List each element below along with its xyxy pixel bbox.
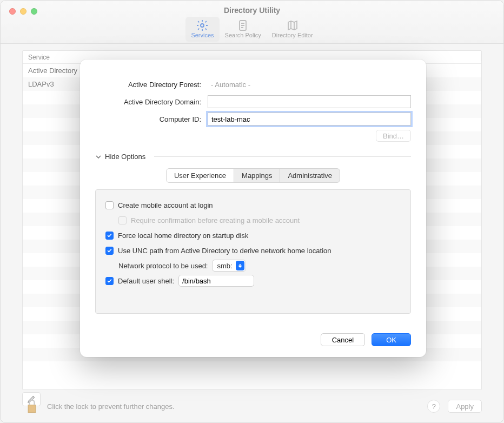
- user-experience-panel: Create mobile account at login Require c…: [95, 189, 411, 314]
- svg-point-0: [201, 24, 204, 27]
- lock-hint-text: Click the lock to prevent further change…: [47, 402, 175, 411]
- document-icon: [236, 19, 249, 31]
- minimize-window-button[interactable]: [20, 8, 26, 15]
- network-protocol-value: smb:: [217, 262, 232, 270]
- apply-button[interactable]: Apply: [448, 400, 482, 413]
- window-controls: [9, 8, 37, 15]
- computer-id-label: Computer ID:: [95, 115, 203, 123]
- options-toggle-label: Hide Options: [105, 153, 145, 161]
- zoom-window-button[interactable]: [31, 8, 37, 15]
- toolbar-tab-label: Search Policy: [225, 32, 261, 38]
- active-directory-config-sheet: Active Directory Forest: - Automatic - A…: [80, 60, 426, 357]
- require-confirmation-label: Require confirmation before creating a m…: [131, 216, 300, 224]
- network-protocol-select[interactable]: smb:: [212, 260, 246, 272]
- gear-icon: [196, 19, 209, 31]
- default-shell-input[interactable]: [178, 275, 254, 287]
- forest-value: - Automatic -: [208, 81, 250, 89]
- computer-id-input[interactable]: [208, 113, 411, 125]
- option-create-mobile: Create mobile account at login: [105, 197, 401, 213]
- toolbar-tab-directory-editor[interactable]: Directory Editor: [267, 17, 319, 42]
- field-row-domain: Active Directory Domain:: [95, 93, 411, 110]
- create-mobile-checkbox[interactable]: [105, 201, 114, 209]
- updown-caret-icon: [236, 261, 244, 270]
- use-unc-label: Use UNC path from Active Directory to de…: [118, 247, 331, 255]
- help-button[interactable]: ?: [427, 400, 440, 413]
- chevron-down-icon: [95, 154, 102, 160]
- use-unc-checkbox[interactable]: [105, 247, 114, 255]
- service-name: Active Directory: [28, 67, 77, 75]
- force-local-home-checkbox[interactable]: [105, 232, 114, 240]
- options-disclosure[interactable]: Hide Options: [95, 153, 411, 161]
- lock-icon[interactable]: [24, 398, 39, 415]
- network-protocol-label: Network protocol to be used:: [118, 262, 208, 270]
- option-network-protocol: Network protocol to be used: smb:: [118, 258, 401, 273]
- option-default-shell: Default user shell:: [105, 273, 401, 288]
- toolbar-tab-search-policy[interactable]: Search Policy: [220, 17, 267, 42]
- service-name: LDAPv3: [28, 80, 54, 88]
- domain-input[interactable]: [208, 95, 411, 108]
- map-icon: [286, 19, 299, 31]
- toolbar-tab-services[interactable]: Services: [185, 17, 219, 42]
- field-row-computer-id: Computer ID:: [95, 110, 411, 128]
- toolbar-tabs: Services Search Policy Directory Editor: [1, 17, 503, 42]
- toolbar-tab-label: Services: [191, 32, 214, 38]
- option-use-unc-path: Use UNC path from Active Directory to de…: [105, 243, 401, 258]
- titlebar: Directory Utility Services Search Policy…: [1, 1, 503, 44]
- lock-area: Click the lock to prevent further change…: [24, 398, 482, 415]
- bind-button[interactable]: Bind…: [376, 130, 411, 142]
- option-force-local-home: Force local home directory on startup di…: [105, 228, 401, 243]
- default-shell-label: Default user shell:: [118, 277, 174, 285]
- create-mobile-label: Create mobile account at login: [118, 201, 213, 209]
- close-window-button[interactable]: [9, 8, 16, 15]
- window-title: Directory Utility: [1, 1, 503, 15]
- field-row-forest: Active Directory Forest: - Automatic -: [95, 76, 411, 93]
- sheet-action-buttons: Cancel OK: [321, 333, 411, 346]
- toolbar-tab-label: Directory Editor: [272, 32, 313, 38]
- divider: [154, 156, 411, 157]
- tab-user-experience[interactable]: User Experience: [167, 169, 234, 182]
- tab-mappings[interactable]: Mappings: [234, 169, 280, 182]
- ok-button[interactable]: OK: [372, 333, 411, 346]
- require-confirmation-checkbox: [118, 216, 127, 224]
- option-require-confirmation: Require confirmation before creating a m…: [118, 213, 401, 228]
- default-shell-checkbox[interactable]: [105, 277, 114, 285]
- cancel-button[interactable]: Cancel: [321, 333, 365, 346]
- tab-administrative[interactable]: Administrative: [280, 169, 340, 182]
- domain-label: Active Directory Domain:: [95, 98, 203, 106]
- options-segmented-control: User Experience Mappings Administrative: [166, 168, 340, 183]
- force-local-home-label: Force local home directory on startup di…: [118, 232, 248, 240]
- forest-label: Active Directory Forest:: [95, 81, 203, 89]
